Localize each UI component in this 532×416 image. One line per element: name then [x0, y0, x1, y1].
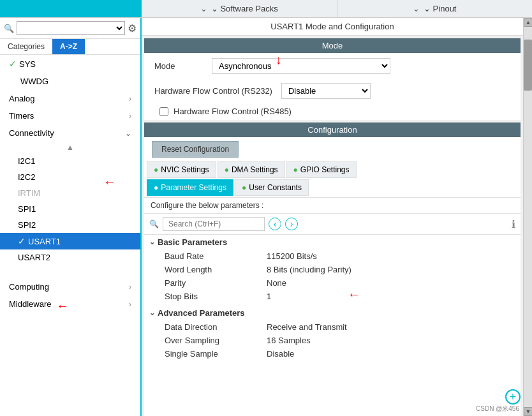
sidebar-item-usart2[interactable]: USART2 [0, 249, 140, 265]
stop-bits-label: Stop Bits [165, 292, 267, 301]
over-sampling-value: 16 Samples [267, 336, 311, 345]
sidebar-item-sys[interactable]: ✓ SYS [0, 55, 140, 73]
tab-user-constants[interactable]: ● User Constants [235, 179, 309, 196]
config-section: Configuration Reset Configuration ● NVIC… [144, 123, 521, 416]
param-row-parity: Parity None [144, 276, 521, 290]
hw-flow-rs485-row: Hardware Flow Control (RS485) [144, 103, 521, 120]
hw-flow-rs232-select[interactable]: Disable [281, 83, 371, 99]
parity-label: Parity [165, 278, 267, 288]
sidebar-tabs: Categories A->Z [0, 39, 140, 55]
zoom-button[interactable]: + [505, 389, 521, 405]
scrollbar-up-btn[interactable]: ▲ [524, 18, 532, 27]
usart1-check-icon: ✓ [18, 236, 26, 246]
red-arrow-baud: ← [348, 287, 360, 302]
mode-label: Mode [154, 61, 205, 71]
config-tabs-row2: ● Parameter Settings ● User Constants [147, 179, 518, 196]
word-length-value: 8 Bits (including Parity) [267, 265, 351, 274]
sidebar-item-computing[interactable]: Computing › [0, 278, 140, 295]
sidebar-item-irtim[interactable]: IRTIM [0, 185, 140, 201]
red-arrow-connectivity: ← [103, 175, 116, 189]
mode-header: Mode [144, 38, 521, 53]
hw-flow-rs485-label: Hardware Flow Control (RS485) [174, 107, 292, 116]
word-length-label: Word Length [165, 265, 267, 274]
software-packs-tab[interactable]: ⌄ ⌄ Software Packs [142, 0, 337, 17]
pinout-label: ⌄ Pinout [424, 4, 456, 13]
hw-flow-rs232-row: Hardware Flow Control (RS232) Disable [144, 79, 521, 103]
mode-row: Mode Asynchronous [144, 53, 521, 79]
sidebar-item-i2c2[interactable]: I2C2 [0, 169, 140, 185]
info-button[interactable]: ℹ [512, 218, 515, 230]
baud-rate-label: Baud Rate [165, 251, 267, 261]
param-row-over-sampling: Over Sampling 16 Samples [144, 334, 521, 347]
search-icon: 🔍 [4, 24, 14, 33]
data-direction-value: Receive and Transmit [267, 322, 347, 332]
tab-categories[interactable]: Categories [0, 39, 52, 54]
pinout-tab[interactable]: ⌄ ⌄ Pinout [337, 0, 533, 17]
nvic-check-icon: ● [154, 165, 158, 174]
stop-bits-value: 1 [267, 292, 271, 301]
chevron-down-icon: ⌄ [200, 4, 207, 13]
param-row-stop-bits: Stop Bits 1 [144, 290, 521, 303]
red-arrow-mode: ↑ [276, 54, 282, 69]
main-content: USART1 Mode and Configuration Mode Mode … [142, 18, 523, 416]
single-sample-value: Disable [267, 349, 294, 359]
sidebar-item-analog[interactable]: Analog › [0, 90, 140, 107]
basic-params-chevron-icon: ⌄ [149, 238, 155, 246]
parity-value: None [267, 278, 286, 288]
sidebar-item-middleware[interactable]: Middleware › [0, 295, 140, 313]
right-scrollbar: ▲ ▼ [523, 18, 532, 416]
param-search-icon: 🔍 [149, 219, 159, 228]
red-arrow-usart1: ← [56, 299, 69, 313]
sidebar-item-timers[interactable]: Timers › [0, 107, 140, 124]
advanced-params-chevron-icon: ⌄ [149, 309, 155, 317]
config-tabs-row1: ● NVIC Settings ● DMA Settings ● GPIO Se… [147, 161, 518, 178]
tab-parameter-settings[interactable]: ● Parameter Settings [147, 179, 233, 196]
param-check-icon: ● [154, 183, 158, 192]
computing-chevron-icon: › [129, 283, 131, 292]
check-icon: ✓ [9, 59, 17, 69]
tab-gpio-settings[interactable]: ● GPIO Settings [286, 161, 357, 178]
middleware-chevron-icon: › [129, 300, 131, 309]
hw-flow-rs232-label: Hardware Flow Control (RS232) [154, 86, 272, 96]
basic-params-group-header[interactable]: ⌄ Basic Parameters [144, 235, 521, 249]
user-const-check-icon: ● [242, 183, 246, 192]
scrollbar-track[interactable] [524, 27, 532, 407]
param-nav-next-button[interactable]: › [285, 218, 298, 230]
over-sampling-label: Over Sampling [165, 336, 267, 345]
sidebar-item-connectivity[interactable]: Connectivity ⌄ [0, 124, 140, 142]
sidebar-item-spi2[interactable]: SPI2 [0, 217, 140, 233]
sidebar-item-spi1[interactable]: SPI1 [0, 201, 140, 217]
baud-rate-value: 115200 Bits/s [267, 251, 317, 261]
param-row-single-sample: Single Sample Disable [144, 347, 521, 360]
sidebar-item-usart1[interactable]: ✓ USART1 [0, 233, 140, 249]
param-row-word-length: Word Length 8 Bits (including Parity) [144, 263, 521, 276]
sidebar-items: ✓ SYS WWDG Analog › Timers › [0, 55, 140, 416]
advanced-params-group-header[interactable]: ⌄ Advanced Parameters [144, 306, 521, 320]
sidebar-item-i2c1[interactable]: I2C1 [0, 153, 140, 169]
chevron-right-icon: › [129, 94, 131, 103]
tab-nvic-settings[interactable]: ● NVIC Settings [147, 161, 216, 178]
sidebar-search-dropdown[interactable] [17, 21, 125, 35]
params-content: ⌄ Basic Parameters Baud Rate 115200 Bits… [144, 235, 521, 416]
reset-config-button[interactable]: Reset Configuration [152, 141, 239, 158]
mode-section: Mode Mode Asynchronous Hardware Flow Con… [144, 38, 521, 120]
scrollbar-thumb [524, 40, 532, 91]
param-search-input[interactable] [163, 217, 265, 231]
gear-icon[interactable]: ⚙ [128, 22, 137, 34]
tab-atoz[interactable]: A->Z [52, 39, 85, 54]
reset-btn-container: Reset Configuration [144, 137, 521, 161]
sidebar: 🔍 ⚙ Categories A->Z ✓ S [0, 18, 142, 416]
sidebar-search-row: 🔍 ⚙ [0, 18, 140, 39]
sidebar-header [0, 0, 142, 17]
param-row-baud-rate: Baud Rate 115200 Bits/s [144, 249, 521, 263]
sidebar-item-wwdg[interactable]: WWDG [0, 73, 140, 90]
hw-flow-rs485-checkbox[interactable] [159, 107, 168, 116]
tab-dma-settings[interactable]: ● DMA Settings [218, 161, 285, 178]
param-nav-prev-button[interactable]: ‹ [269, 218, 281, 230]
param-search-row: 🔍 ‹ › ℹ [144, 214, 521, 235]
mode-select[interactable]: Asynchronous [212, 58, 390, 74]
param-row-data-direction: Data Direction Receive and Transmit [144, 320, 521, 334]
gpio-check-icon: ● [293, 165, 298, 174]
scrollbar-down-btn[interactable]: ▼ [524, 407, 532, 416]
data-direction-label: Data Direction [165, 322, 267, 332]
